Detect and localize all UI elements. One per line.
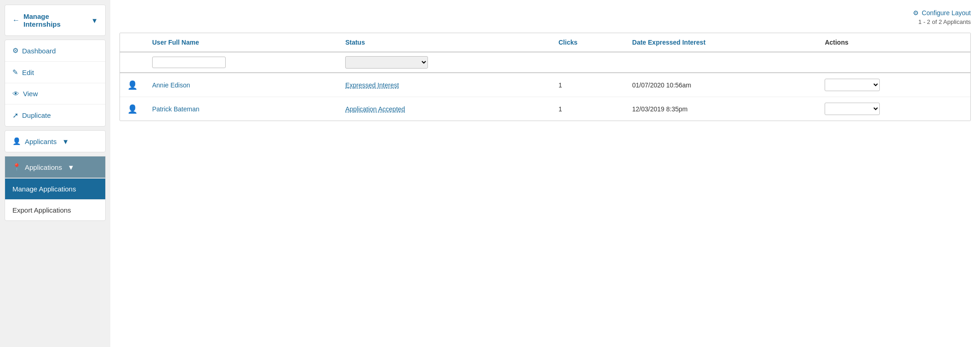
- manage-applications-label: Manage Applications: [12, 185, 76, 193]
- filter-actions-cell: [817, 52, 970, 73]
- sidebar-item-applications[interactable]: 📍 Applications ▼: [5, 156, 105, 178]
- filter-status-cell: Expressed Interest Application Accepted: [338, 52, 551, 73]
- applicants-dropdown-icon: ▼: [62, 138, 69, 145]
- applications-submenu: Manage Applications Export Applications: [5, 178, 106, 221]
- row2-name-cell: Patrick Bateman: [145, 97, 338, 121]
- applications-label: Applications: [25, 163, 62, 171]
- row1-date-cell: 01/07/2020 10:56am: [625, 73, 817, 97]
- gear-icon: ⚙: [12, 46, 18, 55]
- applications-menu-item: 📍 Applications ▼: [5, 156, 106, 178]
- dashboard-label: Dashboard: [22, 47, 56, 55]
- row2-clicks-cell: 1: [551, 97, 625, 121]
- table-body: 👤 Annie Edison Expressed Interest 1 01/0…: [120, 73, 970, 121]
- col-header-actions: Actions: [817, 33, 970, 52]
- sidebar-item-view[interactable]: 👁 View: [5, 83, 105, 104]
- filter-name-cell: [145, 52, 338, 73]
- duplicate-label: Duplicate: [22, 111, 51, 119]
- top-bar: ⚙ Configure Layout 1 - 2 of 2 Applicants: [120, 9, 971, 25]
- col-header-status: Status: [338, 33, 551, 52]
- row1-user-name-link[interactable]: Annie Edison: [152, 81, 190, 89]
- back-arrow-icon: ←: [12, 16, 20, 24]
- applicants-table-container: User Full Name Status Clicks Date Expres…: [120, 33, 971, 121]
- record-count: 1 - 2 of 2 Applicants: [913, 18, 971, 25]
- filter-icon-cell: [120, 52, 145, 73]
- row1-status-link[interactable]: Expressed Interest: [345, 81, 399, 89]
- manage-internships-dropdown-icon: ▼: [91, 17, 98, 24]
- row2-status-cell: Application Accepted: [338, 97, 551, 121]
- applications-dropdown-icon: ▼: [68, 163, 74, 171]
- main-content: ⚙ Configure Layout 1 - 2 of 2 Applicants…: [110, 0, 980, 347]
- sidebar-item-duplicate[interactable]: ➚ Duplicate: [5, 104, 105, 126]
- duplicate-icon: ➚: [12, 111, 18, 120]
- eye-icon: 👁: [12, 90, 19, 98]
- submenu-item-export-applications[interactable]: Export Applications: [5, 200, 105, 220]
- export-applications-label: Export Applications: [12, 206, 71, 214]
- filter-clicks-cell: [551, 52, 625, 73]
- table-row: 👤 Annie Edison Expressed Interest 1 01/0…: [120, 73, 970, 97]
- configure-layout-label: Configure Layout: [922, 9, 971, 17]
- pencil-icon: ✎: [12, 68, 18, 76]
- nav-items-card: ⚙ Dashboard ✎ Edit 👁 View ➚ Duplicate: [5, 40, 106, 127]
- top-bar-right: ⚙ Configure Layout 1 - 2 of 2 Applicants: [913, 9, 971, 25]
- table-row: 👤 Patrick Bateman Application Accepted 1…: [120, 97, 970, 121]
- row1-actions-cell: [817, 73, 970, 97]
- manage-internships-card: ← Manage Internships ▼: [5, 5, 106, 36]
- col-header-user-full-name: User Full Name: [145, 33, 338, 52]
- col-header-date-expressed-interest: Date Expressed Interest: [625, 33, 817, 52]
- row2-date-cell: 12/03/2019 8:35pm: [625, 97, 817, 121]
- row2-status-link[interactable]: Application Accepted: [345, 105, 405, 113]
- filter-date-cell: [625, 52, 817, 73]
- row2-icon-cell: 👤: [120, 97, 145, 121]
- applicants-table: User Full Name Status Clicks Date Expres…: [120, 33, 970, 121]
- configure-layout-icon: ⚙: [913, 9, 919, 17]
- row1-actions-select[interactable]: [825, 79, 880, 91]
- row2-actions-cell: [817, 97, 970, 121]
- applications-section: 📍 Applications ▼ Manage Applications Exp…: [5, 156, 106, 221]
- applicants-icon: 👤: [12, 137, 21, 145]
- sidebar-item-applicants[interactable]: 👤 Applicants ▼: [5, 131, 105, 152]
- filter-name-input[interactable]: [152, 57, 226, 68]
- view-label: View: [23, 90, 38, 98]
- row1-icon-cell: 👤: [120, 73, 145, 97]
- row1-clicks-cell: 1: [551, 73, 625, 97]
- table-filter-row: Expressed Interest Application Accepted: [120, 52, 970, 73]
- row1-status-cell: Expressed Interest: [338, 73, 551, 97]
- col-header-icon: [120, 33, 145, 52]
- manage-internships-button[interactable]: ← Manage Internships ▼: [12, 12, 98, 28]
- applicants-label: Applicants: [25, 138, 57, 145]
- edit-label: Edit: [22, 69, 34, 76]
- user-icon: 👤: [127, 81, 137, 90]
- applicants-card: 👤 Applicants ▼: [5, 130, 106, 152]
- filter-status-select[interactable]: Expressed Interest Application Accepted: [345, 56, 428, 69]
- manage-internships-label: Manage Internships: [23, 12, 87, 28]
- submenu-item-manage-applications[interactable]: Manage Applications: [5, 179, 105, 200]
- applications-icon: 📍: [12, 163, 21, 171]
- user-icon: 👤: [127, 104, 137, 114]
- row2-actions-select[interactable]: [825, 103, 880, 115]
- configure-layout-button[interactable]: ⚙ Configure Layout: [913, 9, 971, 17]
- row2-user-name-link[interactable]: Patrick Bateman: [152, 105, 199, 113]
- sidebar-item-dashboard[interactable]: ⚙ Dashboard: [5, 40, 105, 62]
- col-header-clicks: Clicks: [551, 33, 625, 52]
- sidebar-item-edit[interactable]: ✎ Edit: [5, 62, 105, 83]
- table-header-row: User Full Name Status Clicks Date Expres…: [120, 33, 970, 52]
- row1-name-cell: Annie Edison: [145, 73, 338, 97]
